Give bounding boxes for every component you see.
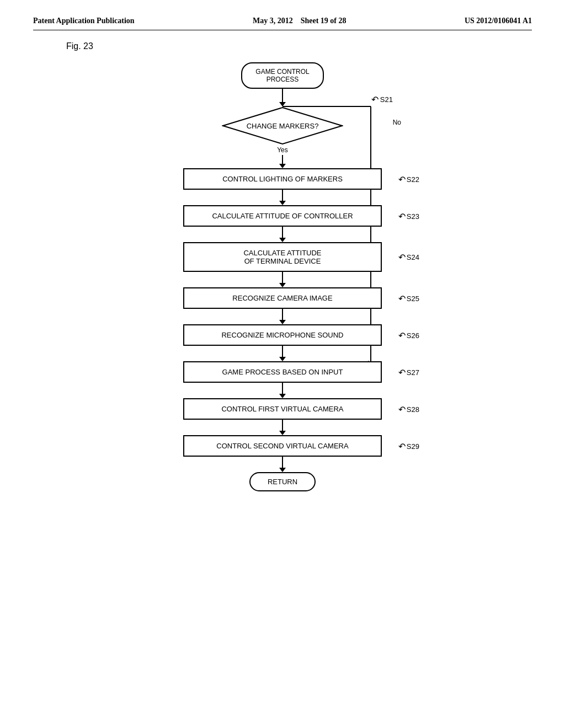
s29-label: ↶ S29 [398, 441, 419, 451]
s25-box: RECOGNIZE CAMERA IMAGE ↶ S25 [183, 287, 382, 309]
figure-label: Fig. 23 [66, 41, 532, 51]
decision-area: ↶ S21 No CHANGE MARKERS? [117, 106, 448, 145]
s29-row: CONTROL SECOND VIRTUAL CAMERA ↶ S29 [33, 435, 532, 457]
decision-diamond: CHANGE MARKERS? [222, 106, 343, 145]
s22-box: CONTROL LIGHTING OF MARKERS ↶ S22 [183, 168, 382, 190]
s23-box: CALCULATE ATTITUDE OF CONTROLLER ↶ S23 [183, 205, 382, 227]
s25-label: ↶ S25 [398, 293, 419, 303]
s29-box: CONTROL SECOND VIRTUAL CAMERA ↶ S29 [183, 435, 382, 457]
s22-row: CONTROL LIGHTING OF MARKERS ↶ S22 [33, 168, 532, 190]
start-terminal: GAME CONTROLPROCESS [241, 62, 323, 89]
connector-6 [279, 346, 286, 361]
s27-box: GAME PROCESS BASED ON INPUT ↶ S27 [183, 361, 382, 383]
header-date: May 3, 2012 Sheet 19 of 28 [253, 17, 347, 25]
s28-label: ↶ S28 [398, 404, 419, 414]
s23-row: CALCULATE ATTITUDE OF CONTROLLER ↶ S23 [33, 205, 532, 227]
s21-label: ↶ S21 [371, 94, 393, 105]
connector-7 [279, 383, 286, 398]
no-label: No [393, 119, 401, 126]
connector-4 [279, 272, 286, 287]
s23-label: ↶ S23 [398, 211, 419, 221]
s25-row: RECOGNIZE CAMERA IMAGE ↶ S25 [33, 287, 532, 309]
connector-2 [279, 190, 286, 205]
s28-row: CONTROL FIRST VIRTUAL CAMERA ↶ S28 [33, 398, 532, 420]
connector-9 [279, 457, 286, 472]
start-row: GAME CONTROLPROCESS [33, 62, 532, 89]
connector-3 [279, 227, 286, 242]
flowchart: GAME CONTROLPROCESS ↶ S21 No CHANGE MARK… [33, 62, 532, 491]
s22-label: ↶ S22 [398, 174, 419, 184]
page: Patent Application Publication May 3, 20… [0, 0, 565, 728]
s24-row: CALCULATE ATTITUDEOF TERMINAL DEVICE ↶ S… [33, 242, 532, 272]
s26-box: RECOGNIZE MICROPHONE SOUND ↶ S26 [183, 324, 382, 346]
s27-row: GAME PROCESS BASED ON INPUT ↶ S27 [33, 361, 532, 383]
decision-text: CHANGE MARKERS? [247, 122, 319, 130]
header: Patent Application Publication May 3, 20… [33, 17, 532, 30]
s24-label: ↶ S24 [398, 252, 419, 263]
s27-label: ↶ S27 [398, 367, 419, 377]
yes-branch: Yes [277, 145, 288, 168]
header-right: US 2012/0106041 A1 [465, 17, 532, 25]
connector-8 [279, 420, 286, 435]
end-row: RETURN [33, 472, 532, 491]
connector-1 [279, 89, 286, 106]
connector-5 [279, 309, 286, 324]
header-left: Patent Application Publication [33, 17, 135, 25]
s26-row: RECOGNIZE MICROPHONE SOUND ↶ S26 [33, 324, 532, 346]
s28-box: CONTROL FIRST VIRTUAL CAMERA ↶ S28 [183, 398, 382, 420]
s26-label: ↶ S26 [398, 330, 419, 340]
end-terminal: RETURN [249, 472, 316, 491]
s24-box: CALCULATE ATTITUDEOF TERMINAL DEVICE ↶ S… [183, 242, 382, 272]
